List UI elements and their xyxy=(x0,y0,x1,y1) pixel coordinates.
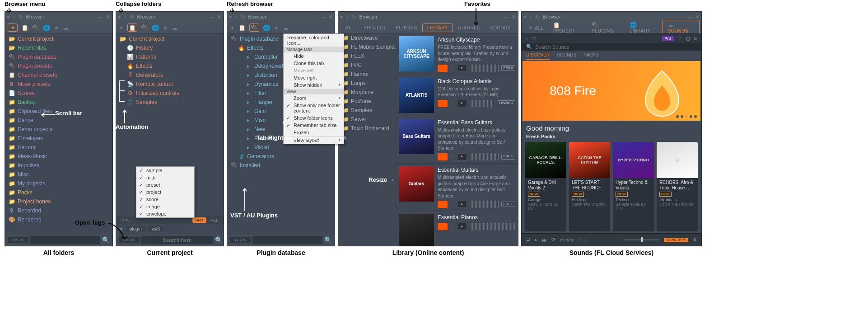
minimize-icon[interactable]: ─ xyxy=(321,14,325,20)
cm-oneline[interactable]: Show only one folder content xyxy=(284,102,344,114)
lib-category[interactable]: 📁FL Mobile Samples xyxy=(338,42,396,52)
soundcloud-icon[interactable] xyxy=(438,100,448,107)
library-item[interactable]: ATLANTIS Black Octopus Atlantis128 Ocean… xyxy=(396,75,518,116)
tag-option[interactable]: preset xyxy=(136,181,194,188)
search-icon[interactable]: 🔍 xyxy=(338,133,396,144)
tag-option[interactable]: midi xyxy=(136,174,194,181)
tab-project-icon[interactable]: 📋 xyxy=(21,24,28,31)
tab-all-icon[interactable]: ✦ xyxy=(119,24,124,31)
close-icon[interactable]: ✕ xyxy=(217,14,222,20)
any-chip[interactable]: ANY xyxy=(192,217,206,223)
pack-card[interactable]: GARAGE. DRILL. VOCALS. Garage & Drill Vo… xyxy=(525,142,566,231)
tree-item[interactable]: 🎛Generators xyxy=(116,71,224,80)
tree-item[interactable]: 📁Backup xyxy=(5,98,112,107)
tree-item[interactable]: 📁Demo projects xyxy=(5,125,112,134)
library-item[interactable]: ARKSUN CITYSCAPE Arksun CityscapeFREE in… xyxy=(396,33,518,75)
tree-item[interactable]: 🎚Mixer presets xyxy=(5,80,112,89)
tree-item[interactable]: 🔥Effects xyxy=(116,61,224,71)
lib-category[interactable]: 📁Directwave xyxy=(338,33,396,42)
cm-remember[interactable]: Remember tab size xyxy=(284,122,344,129)
nav-fwd-icon[interactable]: ↻ xyxy=(19,14,23,20)
cm-layout[interactable]: View layout xyxy=(284,136,344,144)
tab-all-icon[interactable]: ✦ xyxy=(230,24,235,31)
tree-item[interactable]: 📂Current project xyxy=(5,34,112,43)
star-icon[interactable]: ★ xyxy=(119,226,123,232)
search-icon[interactable]: 🔍 xyxy=(324,236,332,244)
tab-plugins[interactable]: PLUGINS xyxy=(391,24,421,32)
menu-icon[interactable]: ≡ xyxy=(694,36,697,41)
play-button[interactable]: ▸ xyxy=(457,223,467,230)
library-items[interactable]: ARKSUN CITYSCAPE Arksun CityscapeFREE in… xyxy=(396,33,518,246)
sounds-search-input[interactable] xyxy=(535,44,697,50)
play-icon[interactable]: ▸ xyxy=(535,237,537,243)
tag-chip[interactable]: plugin xyxy=(126,226,145,232)
nav-fwd-icon[interactable]: ↻ xyxy=(130,14,135,20)
tab-plugins-icon[interactable]: 🔌 xyxy=(249,24,259,32)
tag-option[interactable]: sample xyxy=(136,167,194,174)
nav-up-icon[interactable]: ↑ xyxy=(346,14,349,20)
tab-project-icon[interactable]: 📋 xyxy=(127,24,137,32)
pack-card[interactable]: CATCH THE RHYTHM LET'S START THE BOUNCE:… xyxy=(569,142,610,231)
tree-item[interactable]: 📂Recent files xyxy=(5,43,112,52)
tab-library-icon[interactable]: 🌐 xyxy=(263,24,270,31)
tab-library-icon[interactable]: 🌐 xyxy=(43,24,50,31)
close-icon[interactable]: ✕ xyxy=(328,14,333,20)
cm-icons[interactable]: Show folder icons xyxy=(284,114,344,122)
tree-item[interactable]: 🔌Plugin database xyxy=(5,52,112,61)
tab-sounds[interactable]: ☁SOUNDS xyxy=(663,20,700,35)
menu-dropdown-icon[interactable]: ▾ xyxy=(118,14,121,20)
nav-up-icon[interactable]: ↑ xyxy=(13,14,16,20)
subtab-discover[interactable]: DISCOVER xyxy=(526,52,550,60)
tag-option[interactable]: project xyxy=(136,188,194,196)
library-item[interactable]: Essential Pianos ♡▸ xyxy=(396,211,518,246)
tree-node[interactable]: 🎛Generators xyxy=(227,152,335,161)
cm-frozen[interactable]: Frozen xyxy=(284,129,344,136)
tree-item[interactable]: 📁Dance xyxy=(5,116,112,125)
tab-project[interactable]: PROJECT xyxy=(359,24,391,32)
tab-library[interactable]: LIBRARY xyxy=(422,24,453,32)
play-button[interactable]: ▸ xyxy=(457,100,467,107)
tree-item[interactable]: 📁Packs xyxy=(5,188,112,197)
search-input[interactable] xyxy=(141,236,213,244)
hero-banner[interactable]: 808 Fire xyxy=(523,61,700,121)
tab-sounds-icon[interactable]: ☁ xyxy=(172,24,177,31)
soundcloud-icon[interactable] xyxy=(438,201,448,208)
tree-item[interactable]: 🎵Samples xyxy=(116,98,224,107)
tree-item[interactable]: 📁Misc xyxy=(5,170,112,179)
library-item[interactable]: Guitars Essential GuitarsMultisampled el… xyxy=(396,164,518,211)
tree-item[interactable]: 🔌Plugin presets xyxy=(5,61,112,71)
menu-dropdown-icon[interactable]: ▾ xyxy=(7,14,10,20)
tags-button[interactable]: TAGS xyxy=(119,237,140,243)
play-button[interactable]: ▸ xyxy=(457,65,467,72)
tree-item[interactable]: 🕓History xyxy=(116,43,224,52)
cm-showhidden[interactable]: Show hidden xyxy=(284,81,344,89)
nav-up-icon[interactable]: ↑ xyxy=(124,14,127,20)
menu-dropdown-icon[interactable]: ▾ xyxy=(340,14,343,20)
subtab-sounds[interactable]: SOUNDS xyxy=(557,52,576,60)
tree-item[interactable]: 📁Project bones xyxy=(5,197,112,206)
folder-tree[interactable]: 📂Current project📂Recent files🔌Plugin dat… xyxy=(5,33,112,234)
tags-button[interactable]: TAGS xyxy=(8,237,28,243)
download-icon[interactable]: ⬇ xyxy=(693,237,697,243)
cm-rename[interactable]: Rename, color and icon... xyxy=(284,34,344,47)
minimize-icon[interactable]: ─ xyxy=(99,14,103,20)
shuffle-icon[interactable]: ⇄ xyxy=(526,237,530,243)
tree-item[interactable]: 📄Scores xyxy=(5,89,112,98)
close-icon[interactable]: ✕ xyxy=(695,14,700,20)
tag-chip[interactable]: vst3 xyxy=(148,226,163,232)
tab-project[interactable]: 📋PROJECT xyxy=(548,20,588,35)
loop-icon[interactable]: ⟳ xyxy=(551,237,555,243)
lib-category[interactable]: 📁PoiZone xyxy=(338,97,396,106)
minimize-icon[interactable]: ─ xyxy=(210,14,214,20)
menu-dropdown-icon[interactable]: ▾ xyxy=(523,14,527,20)
play-button[interactable]: ▸ xyxy=(457,201,467,208)
tab-sounds-icon[interactable]: ☁ xyxy=(283,24,289,31)
tree-item[interactable]: ⚙Initialized controls xyxy=(116,89,224,98)
library-category-list[interactable]: 📁Directwave📁FL Mobile Samples📁FLEX📁FPC📁H… xyxy=(338,33,396,246)
carousel-dots[interactable] xyxy=(676,115,697,118)
soundcloud-icon[interactable] xyxy=(438,223,448,230)
tree-item[interactable]: 🎙Recorded xyxy=(5,206,112,215)
soundcloud-icon[interactable] xyxy=(438,153,448,160)
tab-starred-icon[interactable]: ★ xyxy=(54,24,59,31)
cm-clone[interactable]: Clone this tab xyxy=(284,60,344,67)
